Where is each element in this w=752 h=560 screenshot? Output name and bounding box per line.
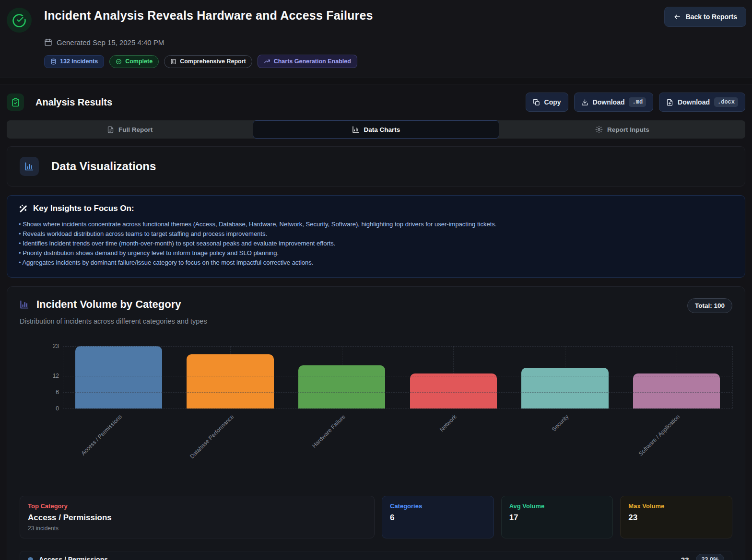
charts-enabled-badge: Charts Generation Enabled	[258, 55, 357, 68]
layout-icon	[170, 58, 176, 65]
bar-database-performance[interactable]	[187, 354, 273, 408]
gear-icon	[595, 126, 603, 133]
incidents-count-badge: 132 Incidents	[44, 55, 104, 68]
bar-slot	[398, 346, 509, 408]
visualizations-title: Data Visualizations	[51, 160, 156, 173]
report-tabbar: Full Report Data Charts Report Inputs	[7, 120, 745, 139]
gridline	[63, 346, 732, 347]
data-visualizations-card: Data Visualizations	[7, 146, 745, 187]
y-axis-tick: 23	[40, 343, 59, 350]
bar-software-application[interactable]	[633, 373, 720, 408]
x-axis-labels: Access / PermissionsDatabase Performance…	[63, 408, 732, 481]
chart-title: Incident Volume by Category	[36, 298, 181, 311]
incident-volume-chart-card: Incident Volume by Category Total: 100 D…	[7, 286, 745, 560]
bar-slots	[63, 346, 732, 408]
status-badge-complete: Complete	[109, 55, 159, 68]
gridline	[63, 346, 63, 408]
file-icon	[666, 99, 673, 106]
copy-icon	[533, 99, 540, 106]
insights-title: Key Insights to Focus On:	[33, 204, 134, 213]
arrow-left-icon	[673, 13, 681, 21]
bar-security[interactable]	[521, 368, 608, 408]
generated-timestamp: Generated Sep 15, 2025 4:40 PM	[57, 38, 164, 47]
md-ext-chip: .md	[629, 97, 646, 107]
bar-chart-plot: 061223	[63, 346, 732, 408]
list-item-access-permissions[interactable]: Access / Permissions 23 23.0%	[20, 551, 732, 560]
insight-bullet: Shows where incidents concentrate across…	[19, 220, 733, 229]
docx-ext-chip: .docx	[714, 97, 738, 107]
section-title: Analysis Results	[35, 97, 112, 108]
badge-row: 132 Incidents Complete Comprehensive Rep…	[44, 55, 745, 68]
insights-list: Shows where incidents concentrate across…	[19, 220, 733, 268]
gridline	[63, 376, 732, 376]
gridline	[732, 346, 733, 408]
wand-icon	[19, 204, 27, 213]
bar-network[interactable]	[410, 373, 497, 408]
insight-bullet: Reveals workload distribution across tea…	[19, 229, 733, 239]
download-icon	[581, 99, 588, 106]
bar-chart-icon	[20, 300, 29, 309]
generated-row: Generated Sep 15, 2025 4:40 PM	[44, 38, 745, 47]
tab-report-inputs[interactable]: Report Inputs	[499, 120, 745, 139]
y-axis-tick: 6	[40, 389, 59, 396]
stat-max-volume: Max Volume 23	[620, 496, 732, 538]
y-axis-tick: 12	[40, 373, 59, 379]
page-header: Incident Analysis Reveals Hardware and A…	[0, 0, 752, 78]
section-divider	[0, 78, 752, 84]
database-icon	[50, 58, 57, 65]
clipboard-check-icon	[7, 93, 24, 111]
stat-top-category: Top Category Access / Permissions 23 inc…	[20, 496, 375, 538]
download-md-button[interactable]: Download .md	[574, 93, 654, 112]
trending-up-icon	[264, 58, 270, 65]
total-badge: Total: 100	[687, 298, 732, 313]
bar-hardware-failure[interactable]	[298, 365, 385, 408]
back-to-reports-button[interactable]: Back to Reports	[664, 7, 746, 27]
chart-subtitle: Distribution of incidents across differe…	[20, 317, 732, 325]
stat-avg-volume: Avg Volume 17	[501, 496, 613, 538]
tab-data-charts[interactable]: Data Charts	[253, 120, 499, 139]
report-type-badge: Comprehensive Report	[164, 55, 252, 68]
y-axis-tick: 0	[40, 405, 59, 412]
download-docx-button[interactable]: Download .docx	[659, 93, 745, 112]
bar-slot	[509, 346, 621, 408]
check-circle-icon	[116, 58, 122, 65]
key-insights-panel: Key Insights to Focus On: Shows where in…	[7, 195, 745, 278]
chart-stats-row: Top Category Access / Permissions 23 inc…	[20, 496, 732, 538]
legend-dot	[28, 557, 33, 560]
bar-access-permissions[interactable]	[75, 346, 162, 408]
bar-slot	[175, 346, 286, 408]
stat-categories: Categories 6	[382, 496, 494, 538]
bar-chart-icon	[352, 126, 360, 133]
calendar-icon	[44, 38, 52, 47]
file-text-icon	[107, 126, 114, 133]
percent-badge: 23.0%	[696, 554, 724, 560]
gridline	[63, 392, 732, 393]
insight-bullet: Priority distribution shows demand by ur…	[19, 248, 733, 258]
analysis-results-toolbar: Analysis Results Copy Download .md	[0, 84, 752, 117]
bar-slot	[621, 346, 732, 408]
check-circle-icon	[12, 13, 26, 27]
insight-bullet: Identifies incident trends over time (mo…	[19, 239, 733, 248]
tab-full-report[interactable]: Full Report	[7, 120, 253, 139]
report-status-avatar	[7, 8, 32, 33]
bar-slot	[286, 346, 398, 408]
insight-bullet: Aggregates incidents by dominant failure…	[19, 258, 733, 268]
bar-slot	[63, 346, 175, 408]
copy-button[interactable]: Copy	[526, 93, 568, 112]
page-title: Incident Analysis Reveals Hardware and A…	[44, 9, 373, 23]
bar-chart-icon	[20, 157, 39, 176]
